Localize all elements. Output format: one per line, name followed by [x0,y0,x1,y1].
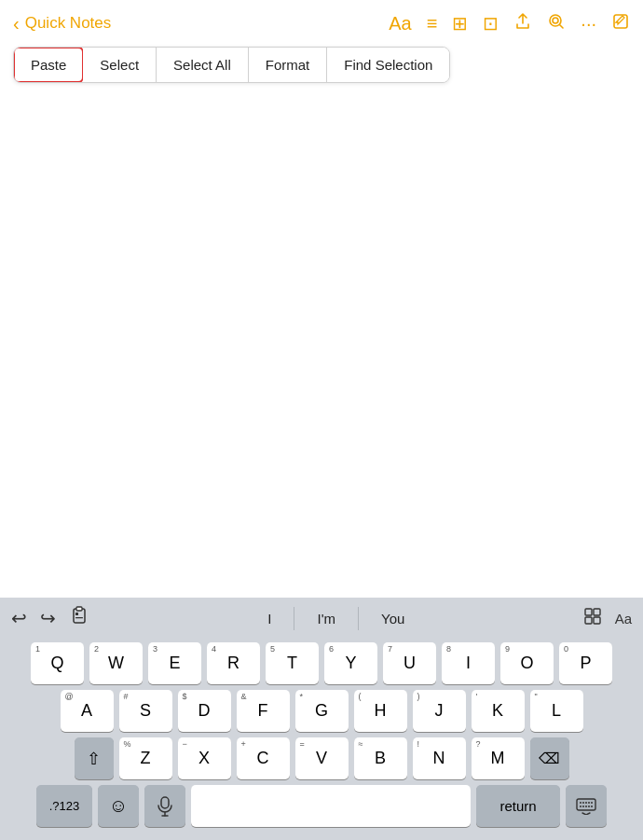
key-o[interactable]: 9O [500,642,554,684]
shift-left-button[interactable]: ⇧ [75,737,114,779]
key-row-4: .?123 ☺ return [4,785,639,827]
key-n[interactable]: !N [413,737,466,779]
more-icon[interactable]: ··· [581,13,596,34]
key-v[interactable]: =V [295,737,349,779]
key-c[interactable]: +C [237,737,290,779]
key-row-2: @A #S $D &F *G (H )J 'K "L [4,690,639,732]
svg-rect-11 [594,617,600,624]
emoji-button[interactable]: ☺ [98,785,139,827]
suggestion-i[interactable]: I [245,607,294,630]
key-d[interactable]: $D [178,690,231,732]
key-a[interactable]: @A [61,690,114,732]
find-selection-button[interactable]: Find Selection [327,48,449,82]
numbers-button[interactable]: .?123 [36,785,92,827]
svg-point-1 [553,18,558,23]
context-menu: Paste Select Select All Format Find Sele… [13,47,450,83]
key-row-1: 1Q 2W 3E 4R 5T 6Y 7U 8I 9O 0P [4,642,639,684]
svg-rect-5 [76,607,82,611]
key-f[interactable]: &F [237,690,290,732]
key-s[interactable]: #S [119,690,172,732]
key-b[interactable]: ≈B [354,737,407,779]
svg-rect-7 [75,617,83,618]
format-button[interactable]: Format [249,48,328,82]
nav-title[interactable]: Quick Notes [25,14,112,33]
suggestion-you[interactable]: You [358,607,427,630]
search-notes-icon[interactable] [547,12,566,35]
key-z[interactable]: %Z [119,737,172,779]
back-icon[interactable]: ‹ [13,13,20,34]
key-x[interactable]: −X [178,737,231,779]
key-w[interactable]: 2W [89,642,143,684]
key-r[interactable]: 4R [207,642,260,684]
note-area[interactable] [0,89,643,489]
key-h[interactable]: (H [354,690,407,732]
toolbar-right: Aa [583,607,632,630]
key-j[interactable]: )J [413,690,466,732]
select-button[interactable]: Select [83,48,157,82]
svg-rect-6 [75,613,78,615]
font-size-icon[interactable]: Aa [389,13,411,34]
space-button[interactable] [191,785,471,827]
key-m[interactable]: ?M [472,737,525,779]
table-icon[interactable]: ⊞ [452,12,468,34]
toolbar-suggestions: I I'm You [89,607,583,630]
select-all-button[interactable]: Select All [157,48,249,82]
svg-rect-12 [161,797,169,808]
paste-button[interactable]: Paste [13,47,84,83]
nav-right: Aa ≡ ⊞ ⊡ ··· [389,12,630,35]
key-row-3: ⇧ %Z −X +C =V ≈B !N ?M ⌫ [4,737,639,779]
svg-rect-10 [585,617,592,624]
font-keyboard-icon[interactable]: Aa [615,611,632,627]
key-q[interactable]: 1Q [31,642,84,684]
return-button[interactable]: return [476,785,560,827]
clipboard-button[interactable] [69,605,89,631]
key-p[interactable]: 0P [559,642,612,684]
keyboard-dismiss-button[interactable] [566,785,607,827]
key-g[interactable]: *G [295,690,349,732]
key-y[interactable]: 6Y [324,642,377,684]
undo-button[interactable]: ↩ [11,607,27,629]
backspace-button[interactable]: ⌫ [530,737,569,779]
key-k[interactable]: 'K [472,690,525,732]
svg-line-2 [560,24,564,28]
share-icon[interactable] [513,12,532,35]
svg-rect-8 [585,609,592,615]
key-l[interactable]: "L [530,690,583,732]
suggestion-im[interactable]: I'm [294,607,358,630]
mic-button[interactable] [144,785,185,827]
camera-icon[interactable]: ⊡ [483,12,499,34]
compose-icon[interactable] [611,12,630,35]
key-u[interactable]: 7U [383,642,436,684]
svg-rect-9 [594,609,600,615]
nav-bar: ‹ Quick Notes Aa ≡ ⊞ ⊡ ··· [0,0,643,47]
keyboard: 1Q 2W 3E 4R 5T 6Y 7U 8I 9O 0P @A #S $D &… [0,639,643,840]
key-t[interactable]: 5T [266,642,319,684]
toolbar-left: ↩ ↪ [11,605,89,631]
grid-icon[interactable] [583,607,602,630]
redo-button[interactable]: ↪ [40,607,56,629]
keyboard-container: ↩ ↪ I I'm You [0,598,643,840]
bullets-icon[interactable]: ≡ [427,13,438,34]
svg-rect-15 [577,799,595,810]
nav-left: ‹ Quick Notes [13,13,111,34]
key-i[interactable]: 8I [442,642,495,684]
keyboard-toolbar: ↩ ↪ I I'm You [0,598,643,639]
key-e[interactable]: 3E [148,642,201,684]
